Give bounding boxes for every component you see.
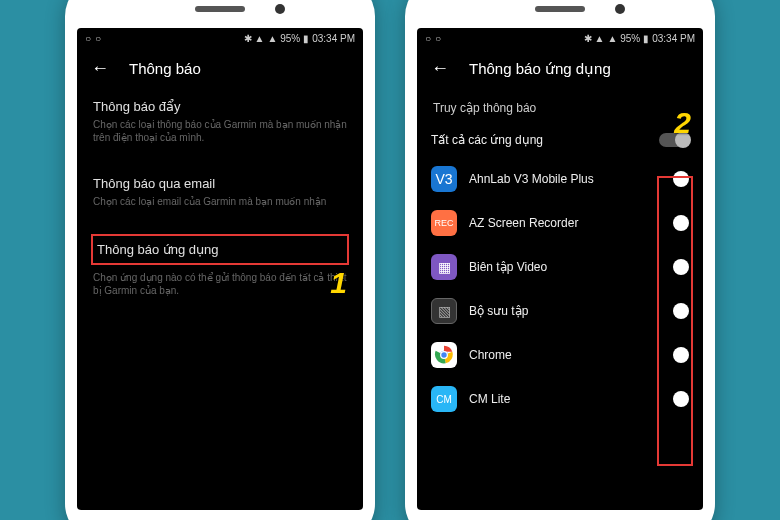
all-apps-label: Tất cả các ứng dụng (431, 133, 647, 147)
section-title: Thông báo ứng dụng (97, 242, 343, 257)
page-title: Thông báo (129, 60, 201, 77)
status-bar: ○ ○ ✱ ▲ ▲ 95% ▮ 03:34 PM (77, 28, 363, 48)
app-row[interactable]: CMCM Lite (417, 377, 703, 421)
bluetooth-icon: ✱ (244, 33, 252, 44)
back-icon[interactable]: ← (91, 58, 109, 79)
bluetooth-icon: ✱ (584, 33, 592, 44)
section-push[interactable]: Thông báo đẩy Chọn các loại thông báo củ… (77, 89, 363, 152)
app-row[interactable]: ▧Bộ sưu tập (417, 289, 703, 333)
app-toggle[interactable] (673, 303, 689, 319)
status-dot-icon: ○ (435, 33, 441, 44)
app-name-label: Chrome (469, 348, 661, 362)
status-right: ✱ ▲ ▲ 95% ▮ 03:34 PM (244, 33, 355, 44)
video-icon: ▦ (431, 254, 457, 280)
status-left: ○ ○ (85, 33, 101, 44)
screen-right: ○ ○ ✱ ▲ ▲ 95% ▮ 03:34 PM ← Thông báo ứng… (417, 28, 703, 510)
screen-left: ○ ○ ✱ ▲ ▲ 95% ▮ 03:34 PM ← Thông báo Thô… (77, 28, 363, 510)
clock-text: 03:34 PM (652, 33, 695, 44)
app-toggle[interactable] (673, 171, 689, 187)
list-header: Truy cập thông báo (417, 89, 703, 123)
app-row[interactable]: Chrome (417, 333, 703, 377)
battery-text: ▲ 95% (267, 33, 300, 44)
page-header: ← Thông báo (77, 48, 363, 89)
battery-icon: ▮ (303, 33, 309, 44)
section-desc: Chọn các loại email của Garmin mà bạn mu… (93, 195, 347, 208)
page-title: Thông báo ứng dụng (469, 60, 611, 78)
app-row[interactable]: ▦Biên tập Video (417, 245, 703, 289)
battery-icon: ▮ (643, 33, 649, 44)
app-row[interactable]: V3AhnLab V3 Mobile Plus (417, 157, 703, 201)
app-toggle[interactable] (673, 347, 689, 363)
phone-camera (615, 4, 625, 14)
section-desc: Chọn ứng dụng nào có thể gửi thông báo đ… (93, 271, 347, 297)
section-email[interactable]: Thông báo qua email Chọn các loại email … (77, 166, 363, 216)
app-name-label: CM Lite (469, 392, 661, 406)
section-title: Thông báo đẩy (93, 99, 347, 114)
app-toggle[interactable] (673, 215, 689, 231)
back-icon[interactable]: ← (431, 58, 449, 79)
app-list: V3AhnLab V3 Mobile PlusRECAZ Screen Reco… (417, 157, 703, 421)
status-dot-icon: ○ (425, 33, 431, 44)
app-toggle[interactable] (673, 259, 689, 275)
section-desc: Chọn các loại thông báo của Garmin mà bạ… (93, 118, 347, 144)
status-dot-icon: ○ (95, 33, 101, 44)
status-bar: ○ ○ ✱ ▲ ▲ 95% ▮ 03:34 PM (417, 28, 703, 48)
app-name-label: AZ Screen Recorder (469, 216, 661, 230)
ahnlab-icon: V3 (431, 166, 457, 192)
page-header: ← Thông báo ứng dụng (417, 48, 703, 89)
step-badge-2: 2 (674, 106, 691, 140)
status-dot-icon: ○ (85, 33, 91, 44)
app-name-label: Bộ sưu tập (469, 304, 661, 318)
az-icon: REC (431, 210, 457, 236)
cm-icon: CM (431, 386, 457, 412)
phone-speaker (195, 6, 245, 12)
clock-text: 03:34 PM (312, 33, 355, 44)
wifi-icon: ▲ (255, 33, 265, 44)
all-apps-row[interactable]: Tất cả các ứng dụng (417, 123, 703, 157)
phone-speaker (535, 6, 585, 12)
section-title: Thông báo qua email (93, 176, 347, 191)
app-name-label: Biên tập Video (469, 260, 661, 274)
phone-camera (275, 4, 285, 14)
app-row[interactable]: RECAZ Screen Recorder (417, 201, 703, 245)
gallery-icon: ▧ (431, 298, 457, 324)
svg-point-2 (441, 352, 448, 359)
section-app-desc: Chọn ứng dụng nào có thể gửi thông báo đ… (77, 271, 363, 305)
battery-text: ▲ 95% (607, 33, 640, 44)
status-left: ○ ○ (425, 33, 441, 44)
status-right: ✱ ▲ ▲ 95% ▮ 03:34 PM (584, 33, 695, 44)
app-toggle[interactable] (673, 391, 689, 407)
phone-right: ○ ○ ✱ ▲ ▲ 95% ▮ 03:34 PM ← Thông báo ứng… (405, 0, 715, 520)
app-name-label: AhnLab V3 Mobile Plus (469, 172, 661, 186)
step-badge-1: 1 (330, 266, 347, 300)
highlight-app-notifications[interactable]: Thông báo ứng dụng (91, 234, 349, 265)
wifi-icon: ▲ (595, 33, 605, 44)
chrome-icon (431, 342, 457, 368)
phone-left: ○ ○ ✱ ▲ ▲ 95% ▮ 03:34 PM ← Thông báo Thô… (65, 0, 375, 520)
